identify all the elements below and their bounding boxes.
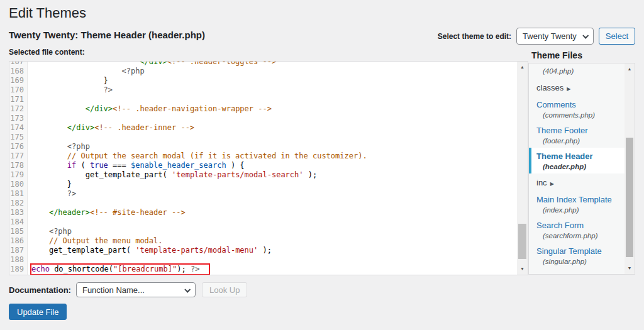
selected-file-content-label: Selected file content: (9, 48, 85, 57)
code-line[interactable] (28, 199, 31, 208)
file-item[interactable]: Search Form(searchform.php) (529, 217, 625, 243)
highlighted-code-box[interactable]: echo do_shortcode("[breadcrumb]"); ?> (31, 265, 209, 274)
code-line[interactable] (28, 255, 31, 265)
folder-item-template-parts[interactable]: template-parts▶ (529, 268, 625, 274)
theme-files-title: Theme Files (531, 50, 582, 60)
code-line[interactable]: ?> (28, 189, 76, 199)
line-number: 174 (9, 123, 28, 133)
code-line-row: 187 get_template_part( 'template-parts/m… (9, 246, 517, 255)
file-path-partial[interactable]: (404.php) (529, 65, 625, 79)
code-token: ); (177, 265, 191, 273)
documentation-label: Documentation: (9, 285, 71, 295)
code-token: // Output the menu modal. (49, 236, 163, 245)
filelist-scrollbar[interactable]: ▲ ▼ (625, 63, 635, 274)
code-token (31, 227, 49, 236)
code-line[interactable]: // Output the search modal (if it is act… (28, 151, 367, 161)
line-number: 173 (9, 114, 28, 123)
code-line[interactable]: } (28, 76, 108, 85)
code-token (31, 246, 49, 255)
select-theme-button[interactable]: Select (599, 28, 635, 45)
file-link[interactable]: Comments (536, 100, 625, 109)
editor-scrollbar[interactable]: ▲ ▼ (517, 62, 528, 275)
code-token: </header> (49, 208, 90, 217)
line-number: 168 (9, 67, 28, 76)
folder-item-classes[interactable]: classes▶ (529, 79, 625, 96)
scroll-up-icon[interactable]: ▲ (625, 65, 635, 74)
filelist-scrollbar-thumb[interactable] (626, 138, 633, 257)
code-area[interactable]: 167 </div><!-- .header-toggles -->168 <?… (9, 62, 517, 275)
file-item[interactable]: Theme Footer(footer.php) (529, 122, 625, 148)
look-up-button[interactable]: Look Up (202, 282, 247, 297)
file-link[interactable]: Search Form (536, 221, 625, 230)
code-token: 'template-parts/modal-menu' (135, 246, 258, 255)
update-file-button[interactable]: Update File (9, 304, 67, 320)
file-item[interactable]: Comments(comments.php) (529, 96, 625, 122)
code-token: 'template-parts/modal-search' (172, 170, 304, 179)
code-line-row: 167 </div><!-- .header-toggles --> (9, 62, 517, 67)
scroll-down-icon[interactable]: ▼ (517, 265, 528, 273)
file-path: (searchform.php) (536, 230, 625, 239)
select-theme-label: Select theme to edit: (438, 32, 511, 41)
code-line[interactable] (28, 133, 31, 142)
code-line-row: 189echo do_shortcode("[breadcrumb]"); ?> (9, 265, 517, 274)
page-title: Edit Themes (9, 5, 86, 21)
file-link[interactable]: Theme Header (536, 151, 625, 161)
code-token: </div> (67, 123, 94, 132)
code-token: <?php (67, 142, 90, 151)
code-line[interactable] (28, 217, 31, 227)
scroll-down-icon[interactable]: ▼ (625, 264, 635, 273)
code-line[interactable]: <?php (28, 67, 145, 76)
code-token: // Output the search modal (if it is act… (67, 151, 367, 160)
code-line-row: 179 get_template_part( 'template-parts/m… (9, 170, 517, 180)
code-line[interactable]: </div><!-- .header-toggles --> (28, 62, 276, 67)
code-line[interactable]: </div><!-- .header-navigation-wrapper --… (28, 104, 272, 114)
code-token: "[breadcrumb]" (113, 265, 177, 273)
line-number: 178 (9, 161, 28, 170)
code-token (31, 161, 67, 170)
code-token: ?> (67, 189, 76, 198)
file-link[interactable]: Singular Template (536, 246, 625, 256)
code-line[interactable]: // Output the menu modal. (28, 236, 163, 246)
file-path: (index.php) (536, 204, 625, 214)
folder-arrow-icon: ▶ (567, 86, 570, 92)
code-token: </div> (140, 62, 167, 66)
scroll-up-icon[interactable]: ▲ (517, 63, 528, 72)
code-line[interactable]: get_template_part( 'template-parts/modal… (28, 170, 317, 180)
line-number: 179 (9, 170, 28, 180)
code-token (31, 104, 86, 113)
code-token: ); (258, 246, 272, 255)
code-token (31, 208, 49, 217)
code-line[interactable]: </header><!-- #site-header --> (28, 208, 186, 217)
code-line[interactable]: ?> (28, 85, 113, 95)
code-line-row: 172 </div><!-- .header-navigation-wrappe… (9, 104, 517, 114)
code-line-row: 173 (9, 114, 517, 123)
code-line[interactable]: echo do_shortcode("[breadcrumb]"); ?> (28, 265, 209, 274)
code-token (31, 189, 67, 198)
code-token: ?> (104, 85, 113, 94)
code-token: ?> (191, 265, 199, 273)
file-link[interactable]: Main Index Template (536, 195, 625, 204)
file-link[interactable]: Theme Footer (536, 126, 625, 135)
line-number: 172 (9, 104, 28, 114)
code-line[interactable] (28, 95, 31, 104)
file-item[interactable]: Main Index Template(index.php) (529, 191, 625, 217)
editor-scrollbar-thumb[interactable] (518, 224, 526, 259)
code-line[interactable]: } (28, 180, 72, 189)
function-name-dropdown[interactable]: Function Name... (76, 282, 196, 297)
code-line[interactable]: get_template_part( 'template-parts/modal… (28, 246, 272, 255)
theme-select-dropdown[interactable]: Twenty Twenty (516, 28, 594, 45)
line-number: 183 (9, 208, 28, 217)
code-line[interactable] (28, 114, 31, 123)
file-item[interactable]: Singular Template(singular.php) (529, 243, 625, 268)
code-token (31, 76, 104, 85)
code-line[interactable]: <?php (28, 227, 72, 236)
code-token (31, 142, 67, 151)
file-item[interactable]: Theme Header(header.php) (529, 148, 625, 173)
folder-item-inc[interactable]: inc▶ (529, 173, 625, 191)
code-line[interactable]: <?php (28, 142, 90, 151)
code-token: ( (76, 161, 90, 170)
code-editor[interactable]: 167 </div><!-- .header-toggles -->168 <?… (9, 61, 528, 275)
code-line[interactable]: </div><!-- .header-inner --> (28, 123, 194, 133)
code-line[interactable]: if ( true === $enable_header_search ) { (28, 161, 245, 170)
theme-select-value: Twenty Twenty (523, 31, 577, 41)
